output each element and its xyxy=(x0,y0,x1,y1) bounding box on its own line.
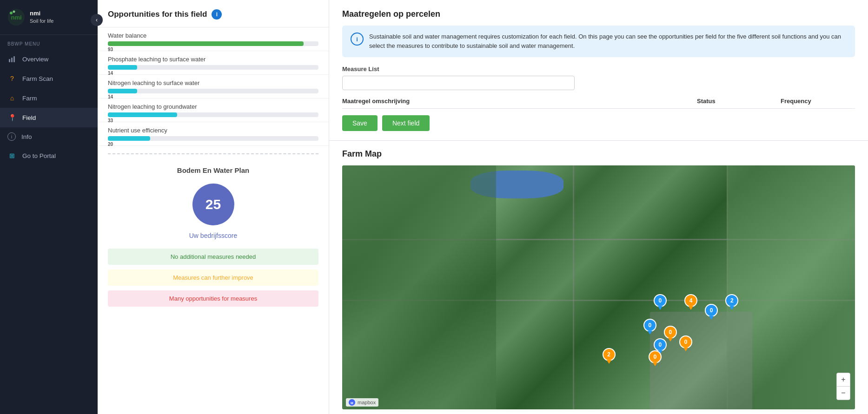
col-frequency-header: Frequency xyxy=(781,98,855,105)
metric-bar-fill xyxy=(108,41,304,46)
metric-label: Phosphate leaching to surface water xyxy=(108,56,318,63)
info-banner: i Sustainable soil and water management … xyxy=(342,26,855,57)
metric-bar-value: 14 xyxy=(108,71,113,76)
next-field-button[interactable]: Next field xyxy=(382,115,430,131)
main-panel: Maatregelen op percelen i Sustainable so… xyxy=(329,0,868,414)
marker-circle: 0 xyxy=(679,335,692,348)
metric-bar-container: 14 xyxy=(108,89,318,93)
bodem-title: Bodem En Water Plan xyxy=(108,166,318,174)
location-icon: 📍 xyxy=(7,113,17,122)
sidebar-item-portal[interactable]: ⊞ Go to Portal xyxy=(0,146,98,165)
metric-bar-fill xyxy=(108,112,177,117)
map-background: 0 4 0 2 0 0 0 0 0 2 xyxy=(342,165,855,409)
sidebar-item-farm[interactable]: ⌂ Farm xyxy=(0,88,98,108)
map-marker[interactable]: 0 xyxy=(643,319,656,335)
legend-item: Measures can further improve xyxy=(108,269,318,286)
svg-rect-5 xyxy=(11,58,13,62)
map-marker[interactable]: 4 xyxy=(684,294,697,310)
map-road xyxy=(573,165,574,409)
mapbox-attribution: M mapbox xyxy=(346,398,378,407)
marker-pin xyxy=(648,331,652,335)
metric-item: Nitrogen leaching to groundwater 33 xyxy=(98,99,329,122)
metric-label: Nitrogen leaching to groundwater xyxy=(108,103,318,110)
marker-circle: 2 xyxy=(603,348,616,361)
metric-bar-fill xyxy=(108,89,137,93)
metric-label: Nitrogen leaching to surface water xyxy=(108,79,318,86)
sidebar-item-farm-label: Farm xyxy=(22,95,37,102)
metric-bar-container: 20 xyxy=(108,136,318,141)
banner-info-text: Sustainable soil and water management re… xyxy=(369,32,847,51)
map-zoom-controls: + − xyxy=(836,373,850,400)
metric-item: Water balance 93 xyxy=(98,27,329,51)
logo-text: nmi Soil for life xyxy=(30,10,53,24)
marker-pin xyxy=(658,306,663,310)
metric-bar-value: 33 xyxy=(108,118,113,123)
sidebar-item-overview-label: Overview xyxy=(22,56,48,63)
map-marker[interactable]: 2 xyxy=(603,348,616,364)
map-left-field xyxy=(342,165,496,409)
question-icon: ? xyxy=(7,74,17,83)
map-marker[interactable]: 0 xyxy=(679,335,692,351)
sidebar-item-field-label: Field xyxy=(22,114,36,121)
marker-circle: 0 xyxy=(705,304,718,317)
collapse-button[interactable]: ‹ xyxy=(91,14,103,26)
col-description-header: Maatregel omschrijving xyxy=(342,98,697,105)
bodem-section: Bodem En Water Plan 25 Uw bedrijfsscore … xyxy=(98,162,329,321)
svg-point-3 xyxy=(13,11,15,13)
map-marker[interactable]: 0 xyxy=(654,294,667,310)
marker-pin xyxy=(709,316,714,320)
metric-bar-container: 14 xyxy=(108,65,318,70)
map-marker[interactable]: 0 xyxy=(705,304,718,320)
legends-container: No additional measures neededMeasures ca… xyxy=(108,249,318,307)
metric-label: Water balance xyxy=(108,32,318,39)
menu-label: BBWP MENU xyxy=(0,35,98,49)
table-header: Maatregel omschrijving Status Frequency xyxy=(342,98,855,109)
marker-pin xyxy=(607,360,611,364)
col-status-header: Status xyxy=(697,98,781,105)
marker-circle: 0 xyxy=(654,338,667,351)
measure-list-label: Measure List xyxy=(342,66,855,72)
sidebar-item-info-label: Info xyxy=(21,133,32,140)
map-marker[interactable]: 2 xyxy=(725,294,738,310)
action-buttons: Save Next field xyxy=(342,115,855,131)
section-divider xyxy=(108,153,318,154)
marker-pin xyxy=(729,306,734,310)
metric-bar-value: 20 xyxy=(108,142,113,147)
marker-circle: 0 xyxy=(664,326,677,339)
measure-list-input[interactable] xyxy=(342,76,575,90)
sidebar-item-overview[interactable]: Overview xyxy=(0,49,98,69)
middle-header: Opportunities for this field i xyxy=(98,0,329,27)
map-marker[interactable]: 0 xyxy=(649,350,662,366)
marker-circle: 0 xyxy=(649,350,662,363)
marker-pin xyxy=(653,362,657,366)
banner-info-icon: i xyxy=(351,33,364,46)
maatregelen-section: Maatregelen op percelen i Sustainable so… xyxy=(329,0,868,141)
svg-rect-6 xyxy=(13,56,15,62)
maatregelen-title: Maatregelen op percelen xyxy=(342,9,855,19)
mapbox-logo: M xyxy=(349,399,355,406)
sidebar-item-farm-scan-label: Farm Scan xyxy=(22,75,53,82)
opportunities-title: Opportunities for this field xyxy=(108,10,207,19)
svg-point-2 xyxy=(10,12,13,14)
legend-item: Many opportunities for measures xyxy=(108,290,318,307)
marker-pin xyxy=(668,338,673,342)
svg-rect-4 xyxy=(9,59,10,62)
zoom-in-button[interactable]: + xyxy=(837,373,850,386)
save-button[interactable]: Save xyxy=(342,115,378,131)
marker-pin xyxy=(689,306,693,310)
marker-circle: 2 xyxy=(725,294,738,307)
sidebar-item-field[interactable]: 📍 Field xyxy=(0,108,98,127)
bedrijfsscore-label: Uw bedrijfsscore xyxy=(108,232,318,239)
score-circle: 25 xyxy=(192,184,234,225)
portal-icon: ⊞ xyxy=(7,151,17,160)
sidebar-item-info[interactable]: i Info xyxy=(0,127,98,146)
farm-map-container[interactable]: 0 4 0 2 0 0 0 0 0 2 xyxy=(342,165,855,409)
logo-area: nmi nmi Soil for life xyxy=(0,0,98,35)
svg-text:M: M xyxy=(351,401,353,405)
opportunities-info-icon[interactable]: i xyxy=(212,9,222,20)
marker-circle: 4 xyxy=(684,294,697,307)
sidebar-item-farm-scan[interactable]: ? Farm Scan xyxy=(0,69,98,88)
farm-map-section: Farm Map 0 4 0 xyxy=(329,141,868,414)
marker-pin xyxy=(683,348,688,351)
zoom-out-button[interactable]: − xyxy=(837,387,850,400)
